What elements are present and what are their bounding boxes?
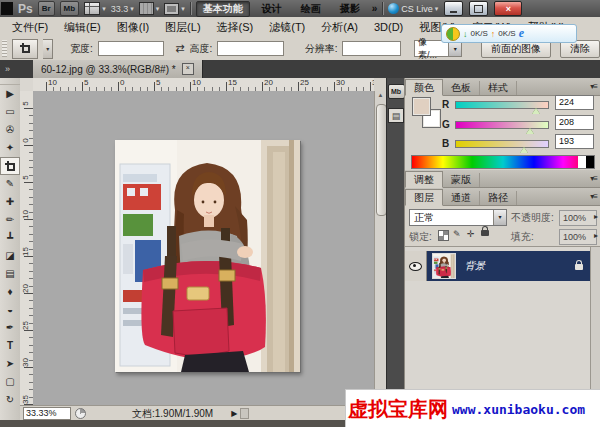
- menu-layer[interactable]: 图层(L): [157, 18, 208, 37]
- tool-eraser[interactable]: ◪: [0, 247, 20, 265]
- zoom-percent-input[interactable]: 33.33%: [23, 407, 71, 420]
- vertical-ruler[interactable]: 5 0 5 10 15 20 25 30 35: [20, 91, 34, 405]
- horizontal-ruler[interactable]: 10 5 0 5 10 15 20 25 30 35: [33, 78, 374, 92]
- crop-tool-preset-button[interactable]: [12, 39, 38, 59]
- channel-b-slider-marker[interactable]: [520, 147, 528, 153]
- internet-explorer-icon[interactable]: e: [519, 26, 524, 41]
- tab-paths[interactable]: 路径: [480, 191, 517, 205]
- menu-analysis[interactable]: 分析(A): [313, 18, 366, 37]
- workspace-painting[interactable]: 绘画: [294, 1, 328, 17]
- fill-spinner-arrow[interactable]: ▸: [594, 231, 598, 240]
- tool-clone-stamp[interactable]: ┻: [0, 229, 20, 247]
- tool-preset-caret[interactable]: ▾: [43, 39, 53, 59]
- tool-shape[interactable]: ▢: [0, 373, 20, 391]
- tool-quick-selection[interactable]: ✦: [0, 139, 20, 157]
- channel-b-value[interactable]: 193: [555, 134, 594, 149]
- menu-file[interactable]: 文件(F): [4, 18, 56, 37]
- panel-menu-icon[interactable]: ▾≡: [590, 174, 597, 183]
- menu-edit[interactable]: 编辑(E): [56, 18, 109, 37]
- channel-g-slider[interactable]: [455, 121, 549, 129]
- tool-hand[interactable]: ↻: [0, 391, 20, 409]
- options-bar-grip[interactable]: [2, 40, 7, 57]
- tool-path-selection[interactable]: ➤: [0, 355, 20, 373]
- minimize-button[interactable]: [444, 1, 463, 16]
- channel-r-value[interactable]: 224: [555, 95, 594, 110]
- launch-mini-bridge-button[interactable]: Mb: [60, 1, 80, 16]
- layer-row-background[interactable]: 背景: [405, 251, 591, 281]
- menu-filter[interactable]: 滤镜(T): [261, 18, 313, 37]
- tool-blur[interactable]: ♦: [0, 283, 20, 301]
- watermark-banner: 虚拟宝库网 www.xunibaoku.com: [345, 389, 600, 427]
- lock-all-icon[interactable]: [481, 229, 489, 238]
- blend-mode-dropdown[interactable]: 正常 ▾: [409, 209, 507, 226]
- tab-color[interactable]: 颜色: [405, 79, 443, 96]
- document-tab[interactable]: 60-12.jpg @ 33.3%(RGB/8#) * ×: [33, 60, 203, 78]
- menu-image[interactable]: 图像(I): [109, 18, 157, 37]
- channel-b-slider[interactable]: [455, 140, 549, 148]
- channel-g-value[interactable]: 208: [555, 115, 594, 130]
- panel-menu-icon[interactable]: ▾≡: [590, 82, 597, 91]
- workspace-photography[interactable]: 摄影: [333, 1, 367, 17]
- zoom-level-dropdown[interactable]: 33.3 ▾: [111, 4, 134, 14]
- network-speed-widget[interactable]: ↓ 0K/S ↑ 0K/S e: [441, 24, 577, 43]
- status-menu-arrow[interactable]: ▶: [231, 409, 237, 418]
- swap-dimensions-icon[interactable]: ⇄: [175, 42, 184, 55]
- cs-live-dropdown[interactable]: CS Live ▾: [388, 3, 438, 14]
- opacity-value[interactable]: 100%: [559, 210, 597, 226]
- tab-layers[interactable]: 图层: [405, 189, 443, 206]
- tab-swatches[interactable]: 色板: [443, 81, 480, 95]
- tab-adjustments[interactable]: 调整: [405, 171, 443, 188]
- foreground-color-swatch[interactable]: [412, 97, 431, 116]
- workspace-essentials[interactable]: 基本功能: [196, 1, 250, 17]
- opacity-spinner-arrow[interactable]: ▸: [594, 212, 598, 221]
- black-swatch[interactable]: [586, 156, 594, 168]
- tool-gradient[interactable]: ▤: [0, 265, 20, 283]
- panel-menu-icon[interactable]: ▾≡: [590, 192, 597, 201]
- restore-button[interactable]: [469, 1, 488, 16]
- tab-close-icon[interactable]: ×: [182, 63, 194, 75]
- tool-lasso[interactable]: ✇: [0, 121, 20, 139]
- history-panel-icon[interactable]: ▤: [388, 108, 404, 123]
- status-menu-box[interactable]: [240, 408, 249, 419]
- tool-type[interactable]: T: [0, 337, 20, 355]
- workspace-design[interactable]: 设计: [255, 1, 289, 17]
- tool-pen[interactable]: ✒: [0, 319, 20, 337]
- color-spectrum-ramp[interactable]: [411, 155, 595, 169]
- channel-g-slider-marker[interactable]: [526, 128, 534, 134]
- menu-3d[interactable]: 3D(D): [366, 18, 411, 37]
- tab-channels[interactable]: 通道: [443, 191, 480, 205]
- layer-visibility-cell[interactable]: [405, 251, 427, 281]
- workspace-overflow-button[interactable]: »: [372, 3, 378, 14]
- white-swatch[interactable]: [578, 156, 586, 168]
- menu-select[interactable]: 选择(S): [209, 18, 262, 37]
- screen-mode-dropdown[interactable]: ▾: [164, 3, 185, 15]
- canvas-pasteboard[interactable]: [33, 91, 374, 405]
- width-input[interactable]: [98, 41, 164, 56]
- tool-marquee[interactable]: ▭: [0, 103, 20, 121]
- tool-eyedropper[interactable]: ✎: [0, 175, 20, 193]
- tab-styles[interactable]: 样式: [480, 81, 517, 95]
- tool-brush[interactable]: ✏: [0, 211, 20, 229]
- toolbox-grip[interactable]: [0, 78, 20, 85]
- close-button[interactable]: ×: [494, 1, 522, 16]
- fill-value[interactable]: 100%: [559, 229, 597, 245]
- view-extras-dropdown[interactable]: ▾: [84, 2, 106, 15]
- tool-move[interactable]: ▶: [0, 85, 20, 103]
- height-input[interactable]: [217, 41, 283, 56]
- layer-thumbnail[interactable]: [432, 253, 456, 279]
- tool-crop[interactable]: [0, 157, 20, 175]
- tab-masks[interactable]: 蒙版: [443, 173, 480, 187]
- lock-image-icon[interactable]: ✎: [453, 230, 461, 239]
- canvas-image[interactable]: [115, 140, 300, 372]
- resolution-input[interactable]: [342, 41, 401, 56]
- lock-transparency-icon[interactable]: [438, 230, 449, 241]
- launch-bridge-button[interactable]: Br: [38, 1, 55, 16]
- tool-spot-healing[interactable]: ✚: [0, 193, 20, 211]
- scroll-up-icon[interactable]: ▲: [375, 92, 386, 98]
- mini-bridge-panel-button[interactable]: Mb: [388, 84, 405, 99]
- lock-position-icon[interactable]: ✛: [467, 230, 475, 239]
- arrange-documents-dropdown[interactable]: ▾: [139, 2, 160, 15]
- channel-r-slider-marker[interactable]: [532, 108, 540, 114]
- panel-grip-icon[interactable]: »: [0, 60, 33, 78]
- tool-dodge[interactable]: ◒: [0, 301, 20, 319]
